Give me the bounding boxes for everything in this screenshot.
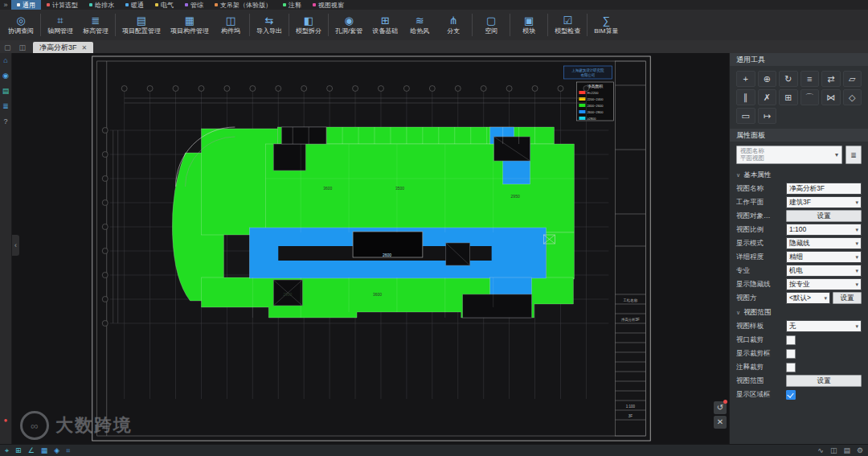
split-view-icon[interactable]: ◫ bbox=[15, 42, 31, 53]
undo-button[interactable]: ↺ bbox=[714, 401, 727, 414]
object-snap-icon[interactable]: ◈ bbox=[54, 445, 59, 456]
ribbon-tab-hanger[interactable]: 支吊架（体验版） bbox=[209, 0, 277, 10]
common-tools-header[interactable]: 通用工具 bbox=[730, 53, 868, 66]
view-type-line2: 平面视图 bbox=[740, 155, 835, 162]
offset-tool[interactable]: ∥ bbox=[736, 89, 755, 105]
hole-sleeve-button[interactable]: ◉孔洞/套管 bbox=[330, 10, 367, 40]
main-area: ⌂ ◉ ▤ ≣ ? ● 工程名称 净高分析3F bbox=[0, 53, 868, 445]
svg-text:2200~2400: 2200~2400 bbox=[587, 97, 604, 101]
array-tool[interactable]: ▱ bbox=[843, 71, 862, 87]
view-direction-settings-button[interactable]: 设置 bbox=[833, 292, 862, 304]
view-objects-settings-button[interactable]: 设置 bbox=[786, 210, 862, 222]
svg-text:有限公司: 有限公司 bbox=[580, 73, 595, 77]
expand-ribbon-icon[interactable]: » bbox=[0, 0, 11, 10]
prop-row-view-name: 视图名称 净高分析3F bbox=[730, 182, 868, 195]
panel-collapse-handle[interactable]: ‹ bbox=[12, 235, 19, 256]
project-config-button[interactable]: ▤项目配置管理 bbox=[117, 10, 166, 40]
component-dock-button[interactable]: ◫构件坞 bbox=[214, 10, 248, 40]
axis-toggle-icon[interactable]: ⌗ bbox=[66, 445, 70, 456]
floor-plan-view[interactable]: 工程名称 净高分析3F 1:100 3F 上海建筑设计研究院 有限公司 净高面积… bbox=[12, 53, 729, 445]
move-tool[interactable]: + bbox=[736, 71, 755, 87]
axis-grid-button[interactable]: ⌗轴网管理 bbox=[43, 10, 78, 40]
elevation-manage-button[interactable]: ≣标高管理 bbox=[78, 10, 113, 40]
detail-level-select[interactable]: 精细▾ bbox=[786, 251, 862, 263]
annotation-crop-checkbox[interactable] bbox=[786, 363, 796, 372]
section-view-range[interactable]: ∨ 视图范围 bbox=[730, 305, 868, 319]
drawing-canvas[interactable]: 工程名称 净高分析3F 1:100 3F 上海建筑设计研究院 有限公司 净高面积… bbox=[12, 53, 729, 445]
pick-tool[interactable]: ◇ bbox=[843, 89, 862, 105]
align-tool[interactable]: ≡ bbox=[800, 71, 820, 87]
work-plane-select[interactable]: 建筑3F▾ bbox=[786, 196, 862, 208]
layout-icon[interactable]: ▢ bbox=[0, 42, 15, 53]
measure-tool[interactable]: ▭ bbox=[736, 108, 755, 124]
model-check-button[interactable]: ☑模型检查 bbox=[550, 10, 585, 40]
space-button[interactable]: ▢空间 bbox=[474, 10, 508, 40]
library-icon[interactable]: ▤ bbox=[2, 87, 10, 95]
grid-toggle-icon[interactable]: ⊞ bbox=[15, 445, 22, 456]
module-button[interactable]: ▣模块 bbox=[512, 10, 546, 40]
ribbon-tab-general[interactable]: 通用 bbox=[11, 0, 41, 10]
pin-tool[interactable]: ↦ bbox=[758, 108, 777, 124]
equipment-base-button[interactable]: ⊞设备基础 bbox=[367, 10, 403, 40]
view-type-select[interactable]: 视图名称 平面视图 ▾ bbox=[736, 146, 842, 164]
common-tools-grid: + ⊕ ↻ ≡ ⇄ ▱ ∥ ✗ ⊞ ⌒ ⋈ ◇ ▭ ↦ bbox=[730, 66, 868, 129]
project-component-button[interactable]: ▦项目构件管理 bbox=[166, 10, 214, 40]
close-tab-icon[interactable]: ✕ bbox=[82, 44, 88, 51]
legend-swatch bbox=[579, 117, 585, 120]
delete-tool[interactable]: ✗ bbox=[758, 89, 777, 105]
account-icon[interactable]: ◉ bbox=[2, 72, 9, 80]
property-menu-button[interactable]: ≣ bbox=[845, 146, 862, 164]
component-dock-icon: ◫ bbox=[226, 15, 235, 27]
ribbon-tab-plumbing[interactable]: 给排水 bbox=[84, 0, 120, 10]
duct-button[interactable]: ≋给热风 bbox=[403, 10, 436, 40]
svg-text:3600: 3600 bbox=[373, 292, 382, 297]
discipline-select[interactable]: 机电▾ bbox=[786, 265, 862, 277]
document-tab-bar: ▢ ◫ 净高分析3F ✕ bbox=[0, 40, 868, 54]
ribbon-tab-annotation[interactable]: 注释 bbox=[277, 0, 307, 10]
ribbon-tab-hvac[interactable]: 暖通 bbox=[120, 0, 149, 10]
view-scale-select[interactable]: 1:100▾ bbox=[786, 224, 862, 236]
view-template-select[interactable]: 无▾ bbox=[786, 320, 862, 332]
ribbon-tab-electrical[interactable]: 电气 bbox=[149, 0, 179, 10]
ribbon-tab-mep[interactable]: 管综 bbox=[179, 0, 209, 10]
help-icon[interactable]: ? bbox=[3, 117, 7, 125]
view-name-input[interactable]: 净高分析3F bbox=[786, 183, 862, 195]
show-region-box-checkbox[interactable] bbox=[786, 390, 796, 400]
show-crop-frame-checkbox[interactable] bbox=[786, 349, 796, 359]
ribbon-tab-views[interactable]: 视图视窗 bbox=[307, 0, 350, 10]
model-split-button[interactable]: ◧模型拆分 bbox=[291, 10, 326, 40]
list-icon[interactable]: ▤ bbox=[843, 445, 850, 456]
match-tool[interactable]: ⋈ bbox=[821, 89, 841, 105]
view-direction-select[interactable]: <默认>▾ bbox=[786, 292, 830, 304]
svg-text:≥2800: ≥2800 bbox=[587, 117, 596, 121]
extend-tool[interactable]: ⊞ bbox=[779, 89, 798, 105]
section-basic-properties[interactable]: ∨ 基本属性 bbox=[730, 167, 868, 182]
ribbon-tab-calc[interactable]: 计算选型 bbox=[41, 0, 84, 10]
display-mode-select[interactable]: 隐藏线▾ bbox=[786, 237, 862, 249]
home-icon[interactable]: ⌂ bbox=[3, 56, 7, 64]
import-export-button[interactable]: ⇆导入导出 bbox=[252, 10, 287, 40]
document-tab[interactable]: 净高分析3F ✕ bbox=[33, 42, 93, 53]
branch-button[interactable]: ⋔分支 bbox=[436, 10, 470, 40]
properties-panel-header[interactable]: 属性面板 bbox=[730, 129, 868, 142]
close-overlay-button[interactable]: ✕ bbox=[714, 416, 727, 429]
layers-toggle-icon[interactable]: ▦ bbox=[41, 445, 48, 456]
view-range-settings-button[interactable]: 设置 bbox=[786, 375, 862, 387]
notification-icon[interactable]: ● bbox=[4, 417, 8, 424]
application-window: » 通用 计算选型 给排水 暖通 电气 管综 支吊架（体验版） 注释 视图视窗 … bbox=[0, 0, 868, 456]
bim-quantity-button[interactable]: ∑BIM算量 bbox=[589, 10, 623, 40]
menu-icon[interactable]: ≣ bbox=[2, 102, 9, 110]
legend-swatch bbox=[579, 91, 585, 94]
panels-icon[interactable]: ◫ bbox=[830, 445, 837, 456]
mirror-tool[interactable]: ⇄ bbox=[821, 71, 841, 87]
coordinate-review-button[interactable]: ◎协调查阅 bbox=[3, 10, 39, 40]
fillet-tool[interactable]: ⌒ bbox=[800, 89, 820, 105]
snap-toggle-icon[interactable]: ⌖ bbox=[5, 445, 9, 456]
rotate-tool[interactable]: ↻ bbox=[779, 71, 798, 87]
settings-gear-icon[interactable]: ⚙ bbox=[857, 445, 863, 456]
angle-toggle-icon[interactable]: ∠ bbox=[28, 445, 35, 456]
viewport-crop-checkbox[interactable] bbox=[786, 335, 796, 345]
sync-icon[interactable]: ∿ bbox=[817, 445, 824, 456]
copy-tool[interactable]: ⊕ bbox=[758, 71, 777, 87]
show-hidden-lines-select[interactable]: 按专业▾ bbox=[786, 278, 862, 290]
